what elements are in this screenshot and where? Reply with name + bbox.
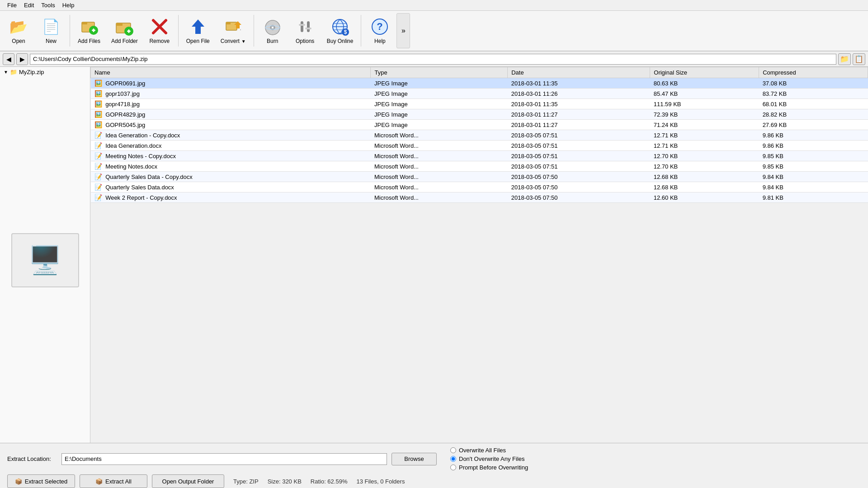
file-name-cell: 📝 Meeting Notes.docx <box>91 161 371 172</box>
browse-button[interactable]: Browse <box>392 453 437 465</box>
svg-text:$: $ <box>344 29 347 35</box>
tree-root-label: MyZip.zip <box>19 69 44 75</box>
browse-folder-button[interactable]: 📁 <box>838 53 851 65</box>
svg-rect-21 <box>307 21 310 32</box>
options-button[interactable]: Options <box>289 13 321 48</box>
preview-box: 🖥️ <box>11 233 79 287</box>
svg-rect-4 <box>93 28 94 32</box>
overwrite-all-option[interactable]: Overwrite All Files <box>450 447 528 454</box>
table-row[interactable]: 📝 Idea Generation.docx Microsoft Word...… <box>91 141 868 151</box>
file-original-size-cell: 12.70 KB <box>650 161 759 172</box>
add-files-button[interactable]: Add Files <box>73 13 105 48</box>
file-icon: 🖼️ <box>94 80 102 87</box>
options-label: Options <box>296 38 314 44</box>
dont-overwrite-radio[interactable] <box>450 456 456 462</box>
prompt-before-radio[interactable] <box>450 465 456 470</box>
add-folder-button[interactable]: Add Folder <box>106 13 143 48</box>
file-name-cell: 📝 Quarterly Sales Data.docx <box>91 182 371 192</box>
file-compressed-cell: 27.69 KB <box>759 120 868 130</box>
table-row[interactable]: 🖼️ GOPR4829.jpg JPEG Image 2018-03-01 11… <box>91 109 868 120</box>
file-original-size-cell: 12.70 KB <box>650 151 759 161</box>
forward-button[interactable]: ▶ <box>16 53 28 65</box>
open-file-icon <box>189 17 208 36</box>
file-compressed-cell: 9.86 KB <box>759 141 868 151</box>
file-type-cell: JPEG Image <box>371 99 508 109</box>
file-compressed-cell: 9.81 KB <box>759 192 868 203</box>
open-file-button[interactable]: Open File <box>181 13 215 48</box>
menu-bar: File Edit Tools Help <box>0 0 868 11</box>
help-icon: ? <box>370 17 389 36</box>
table-row[interactable]: 📝 Meeting Notes.docx Microsoft Word... 2… <box>91 161 868 172</box>
menu-tools[interactable]: Tools <box>38 1 58 9</box>
file-name-cell: 📝 Week 2 Report - Copy.docx <box>91 192 371 203</box>
col-original-size[interactable]: Original Size <box>650 67 759 78</box>
file-type-cell: Microsoft Word... <box>371 151 508 161</box>
buy-online-button[interactable]: $ Buy Online <box>322 13 359 48</box>
table-row[interactable]: 🖼️ GOPR0691.jpg JPEG Image 2018-03-01 11… <box>91 78 868 89</box>
menu-help[interactable]: Help <box>59 1 78 9</box>
col-name[interactable]: Name <box>91 67 371 78</box>
back-icon: ◀ <box>6 56 11 63</box>
svg-rect-6 <box>116 23 123 26</box>
table-row[interactable]: 📝 Quarterly Sales Data - Copy.docx Micro… <box>91 172 868 182</box>
extract-here-button[interactable]: 📋 <box>853 53 865 65</box>
table-row[interactable]: 🖼️ gopr1037.jpg JPEG Image 2018-03-01 11… <box>91 89 868 99</box>
table-row[interactable]: 🖼️ GOPR5045.jpg JPEG Image 2018-03-01 11… <box>91 120 868 130</box>
file-date-cell: 2018-03-01 11:35 <box>508 78 650 89</box>
tree-expand-icon: ▼ <box>4 70 8 75</box>
remove-icon <box>150 17 169 36</box>
help-button[interactable]: ? Help <box>364 13 396 48</box>
file-original-size-cell: 12.71 KB <box>650 141 759 151</box>
file-original-size-cell: 71.24 KB <box>650 120 759 130</box>
col-date[interactable]: Date <box>508 67 650 78</box>
file-date-cell: 2018-03-05 07:51 <box>508 141 650 151</box>
table-row[interactable]: 🖼️ gopr4718.jpg JPEG Image 2018-03-01 11… <box>91 99 868 109</box>
file-name-cell: 📝 Idea Generation.docx <box>91 141 371 151</box>
convert-button[interactable]: Convert ▼ <box>216 13 251 48</box>
table-row[interactable]: 📝 Quarterly Sales Data.docx Microsoft Wo… <box>91 182 868 192</box>
file-date-cell: 2018-03-01 11:35 <box>508 99 650 109</box>
new-button[interactable]: 📄 New <box>35 13 67 48</box>
file-icon: 📝 <box>94 131 102 139</box>
help-label: Help <box>374 38 386 44</box>
file-type-cell: Microsoft Word... <box>371 192 508 203</box>
file-icon: 📝 <box>94 142 102 149</box>
extract-all-button[interactable]: 📦 Extract All <box>80 474 147 488</box>
table-row[interactable]: 📝 Idea Generation - Copy.docx Microsoft … <box>91 130 868 141</box>
file-icon: 📝 <box>94 194 102 201</box>
file-name: Idea Generation.docx <box>105 142 161 149</box>
open-output-folder-button[interactable]: Open Output Folder <box>152 474 224 488</box>
extract-location-row: Extract Location: Browse Overwrite All F… <box>7 447 861 471</box>
menu-file[interactable]: File <box>4 1 20 9</box>
table-row[interactable]: 📝 Week 2 Report - Copy.docx Microsoft Wo… <box>91 192 868 203</box>
ratio-info: Ratio: 62.59% <box>311 478 348 485</box>
file-compressed-cell: 9.84 KB <box>759 172 868 182</box>
address-input[interactable] <box>30 54 836 65</box>
dont-overwrite-option[interactable]: Don't Overwrite Any Files <box>450 455 528 462</box>
prompt-before-option[interactable]: Prompt Before Overwriting <box>450 464 528 471</box>
file-date-cell: 2018-03-05 07:51 <box>508 130 650 141</box>
file-name-cell: 📝 Quarterly Sales Data - Copy.docx <box>91 172 371 182</box>
menu-edit[interactable]: Edit <box>20 1 38 9</box>
file-original-size-cell: 111.59 KB <box>650 99 759 109</box>
extract-selected-button[interactable]: 📦 Extract Selected <box>7 474 75 488</box>
file-name: Meeting Notes - Copy.docx <box>105 153 176 160</box>
file-compressed-cell: 9.85 KB <box>759 161 868 172</box>
more-button[interactable]: » <box>396 13 410 48</box>
extract-path-input[interactable] <box>61 453 387 465</box>
table-row[interactable]: 📝 Meeting Notes - Copy.docx Microsoft Wo… <box>91 151 868 161</box>
file-list-scroll[interactable]: Name Type Date Original Size Compressed … <box>90 67 868 443</box>
col-type[interactable]: Type <box>371 67 508 78</box>
tree-root[interactable]: ▼ 📁 MyZip.zip <box>0 67 90 77</box>
file-name: Meeting Notes.docx <box>105 163 157 170</box>
file-type-cell: Microsoft Word... <box>371 130 508 141</box>
col-compressed[interactable]: Compressed <box>759 67 868 78</box>
overwrite-all-radio[interactable] <box>450 447 456 453</box>
remove-button[interactable]: Remove <box>144 13 175 48</box>
file-original-size-cell: 12.71 KB <box>650 130 759 141</box>
burn-button[interactable]: Burn <box>257 13 288 48</box>
file-name-cell: 📝 Idea Generation - Copy.docx <box>91 130 371 141</box>
file-type-cell: JPEG Image <box>371 109 508 120</box>
open-button[interactable]: 📂 Open <box>3 13 34 48</box>
back-button[interactable]: ◀ <box>3 53 14 65</box>
